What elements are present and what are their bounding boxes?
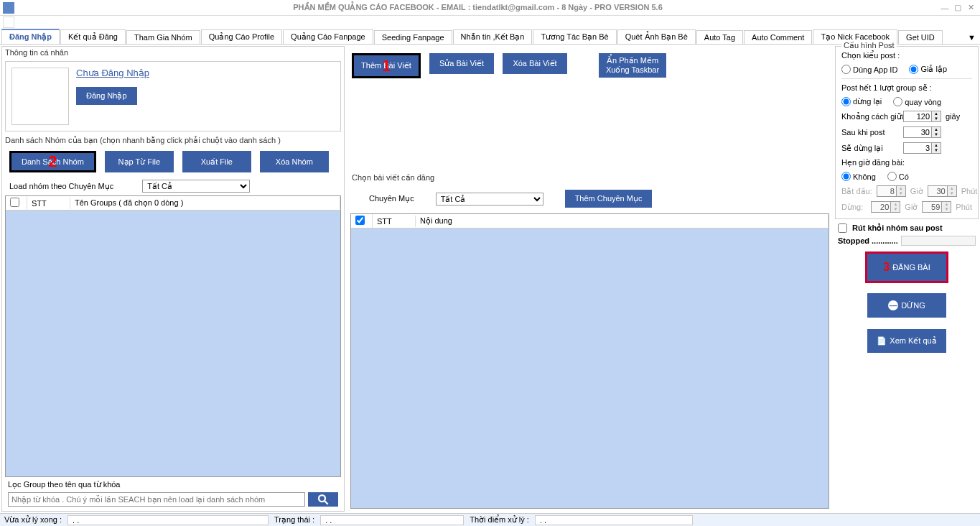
start-hour-input (877, 185, 897, 197)
status-bar: Vừa xử lý xong : . . Trạng thái : . . Th… (0, 513, 980, 526)
center-panel: Thêm Bài Viết 1 Sửa Bài Viết Xóa Bài Viế… (347, 46, 832, 512)
status-done-value: . . (67, 515, 269, 525)
quick-toolbar (0, 16, 980, 29)
col-group-name: Tên Groups ( đã chọn 0 dòng ) (70, 197, 340, 209)
group-grid: STT Tên Groups ( đã chọn 0 dòng ) (5, 195, 341, 477)
stop-button[interactable]: — DỪNG (867, 293, 946, 318)
status-time-label: Thời điểm xử lý : (470, 515, 529, 525)
category-label: Chuyên Mục (369, 194, 414, 203)
status-done-label: Vừa xử lý xong : (4, 515, 62, 525)
select-all-posts-checkbox[interactable] (355, 216, 365, 225)
tab-seeding[interactable]: Seeding Fanpage (374, 30, 452, 44)
select-post-label: Chọn bài viết cần đăng (347, 172, 832, 184)
will-stop-label: Sẽ dừng lại (841, 144, 899, 153)
toolbar-button[interactable] (3, 17, 14, 28)
config-title: Cấu hình Post (841, 41, 897, 50)
after-round-label: Post hết 1 lượt group sẽ : (841, 83, 972, 93)
hide-to-taskbar-button[interactable]: Ẩn Phần Mềm Xuống Taskbar (599, 53, 666, 78)
maximize-button[interactable]: ▢ (951, 3, 964, 12)
stop-hour-input (871, 201, 891, 213)
stop-icon: — (888, 300, 898, 310)
status-state-value: . . (320, 515, 464, 525)
titlebar: PHẦN MỀM QUẢNG CÁO FACEBOOK - EMAIL : ti… (0, 0, 980, 16)
start-min-input (928, 185, 948, 197)
category-select[interactable]: Tất Cả (142, 180, 250, 193)
radio-loop[interactable]: quay vòng (893, 97, 941, 106)
add-category-button[interactable]: Thêm Chuyên Mục (565, 190, 653, 208)
radio-app-id[interactable]: Dùng App ID (841, 65, 897, 74)
search-button[interactable] (308, 492, 338, 507)
annotation-box-2: Danh Sách Nhóm 2 (9, 151, 96, 172)
svg-line-1 (325, 501, 328, 504)
tab-ad-fanpage[interactable]: Quảng Cáo Fanpage (283, 29, 373, 44)
tab-interact[interactable]: Tương Tác Bạn Bè (533, 29, 616, 44)
filter-input[interactable] (8, 492, 305, 507)
tab-join-group[interactable]: Tham Gia Nhóm (126, 30, 200, 44)
login-status-link[interactable]: Chưa Đăng Nhập (76, 68, 149, 78)
tab-auto-comment[interactable]: Auto Comment (744, 30, 812, 44)
progress-bar (901, 236, 976, 246)
status-time-value: . . (535, 515, 693, 525)
status-state-label: Trạng thái : (274, 515, 314, 525)
tab-ad-profile[interactable]: Quảng Cáo Profile (201, 29, 282, 44)
view-result-button[interactable]: 📄 Xem Kết quả (867, 329, 946, 353)
group-list-label: Danh sách Nhóm của bạn (chọn nhanh bằng … (2, 134, 344, 147)
delete-group-button[interactable]: Xóa Nhóm (260, 151, 329, 172)
gap-input[interactable] (903, 111, 932, 122)
minimize-button[interactable]: — (938, 4, 951, 12)
radio-schedule-no[interactable]: Không (841, 172, 876, 181)
document-icon: 📄 (877, 336, 887, 346)
app-icon (3, 2, 14, 14)
close-button[interactable]: ✕ (964, 3, 977, 12)
group-list-button[interactable]: Danh Sách Nhóm (11, 153, 94, 170)
tab-login[interactable]: Đăng Nhập (1, 29, 60, 44)
post-category-select[interactable]: Tất Cả (436, 193, 543, 206)
radio-stop[interactable]: dừng lại (841, 97, 882, 106)
after-post-label: Sau khi post (841, 128, 899, 137)
radio-schedule-yes[interactable]: Có (887, 172, 909, 181)
post-config-fieldset: Cấu hình Post Chọn kiểu post : Dùng App … (835, 46, 979, 219)
radio-emulator[interactable]: Giả lập (909, 65, 947, 74)
login-button[interactable]: Đăng Nhập (76, 87, 137, 105)
schedule-label: Hẹn giờ đăng bài: (841, 158, 972, 167)
col-post-content: Nội dung (416, 215, 829, 227)
run-status: Stopped ............ (838, 236, 898, 245)
choose-type-label: Chọn kiểu post : (841, 51, 972, 60)
profile-section-label: Thông tin cá nhân (2, 47, 344, 58)
will-stop-input[interactable] (903, 142, 932, 154)
filter-label: Lọc Group theo tên qua từ khóa (2, 477, 344, 492)
stop-min-input (922, 201, 942, 213)
start-label: Bắt đầu: (841, 187, 872, 196)
main-tabs: Đăng Nhập Kết quả Đăng Tham Gia Nhóm Quả… (0, 29, 980, 45)
post-button[interactable]: 3 ĐĂNG BÀI (867, 254, 946, 281)
delete-post-button[interactable]: Xóa Bài Viết (503, 53, 567, 74)
right-panel: Cấu hình Post Chọn kiểu post : Dùng App … (835, 46, 979, 512)
col-post-stt: STT (373, 216, 416, 227)
avatar (11, 68, 69, 125)
tab-results[interactable]: Kết quả Đăng (60, 29, 126, 44)
tab-overflow[interactable]: ▼ (963, 31, 980, 44)
post-grid-body[interactable] (351, 229, 829, 508)
select-all-checkbox[interactable] (10, 198, 19, 207)
leave-group-checkbox[interactable]: Rút khỏi nhóm sau post (835, 222, 979, 234)
annotation-box-1: Thêm Bài Viết 1 (352, 53, 421, 78)
tab-auto-tag[interactable]: Auto Tag (696, 30, 743, 44)
col-stt: STT (27, 198, 70, 209)
profile-box: Chưa Đăng Nhập Đăng Nhập (5, 61, 341, 132)
edit-post-button[interactable]: Sửa Bài Viết (429, 53, 494, 74)
stop-label: Dừng: (841, 203, 867, 212)
group-grid-body[interactable] (6, 211, 340, 476)
after-post-input[interactable] (903, 126, 932, 138)
tab-get-uid[interactable]: Get UID (898, 30, 943, 44)
svg-point-0 (319, 495, 325, 502)
annotation-box-3: 3 ĐĂNG BÀI (865, 252, 948, 283)
post-grid: STT Nội dung (350, 213, 829, 509)
window-title: PHẦN MỀM QUẢNG CÁO FACEBOOK - EMAIL : ti… (17, 3, 938, 12)
load-from-file-button[interactable]: Nạp Từ File (105, 151, 174, 172)
tab-message[interactable]: Nhắn tin ,Kết Bạn (453, 29, 533, 44)
add-post-button[interactable]: Thêm Bài Viết (354, 55, 419, 76)
export-file-button[interactable]: Xuất File (182, 151, 251, 172)
load-category-label: Load nhóm theo Chuyên Mục (9, 182, 113, 191)
tab-scan-photo[interactable]: Quét Ảnh Bạn Bè (617, 29, 696, 44)
gap-label: Khoảng cách giữa 2 post (841, 112, 899, 121)
